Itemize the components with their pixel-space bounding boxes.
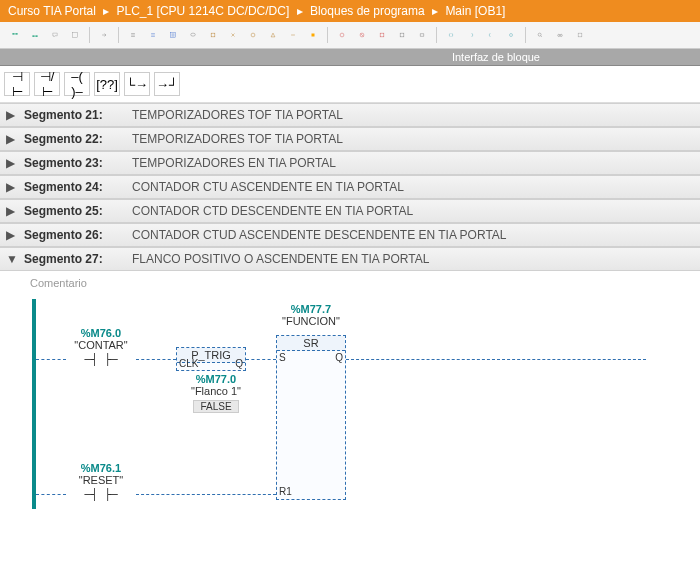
sr-address: %M77.7 [276, 303, 346, 315]
nav1-icon[interactable] [442, 26, 460, 44]
segment-desc: TEMPORIZADORES TOF TIA PORTAL [132, 132, 343, 146]
collapse-icon[interactable]: ▼ [6, 252, 16, 266]
contact-no-button[interactable]: ⊣ ⊢ [4, 72, 30, 96]
lad-editor-toolbar: ⊣ ⊢ ⊣/⊢ –( )– [??] └→ →┘ [0, 66, 700, 103]
segment-title: Segmento 22: [24, 132, 124, 146]
box-button[interactable]: [??] [94, 72, 120, 96]
segment-title: Segmento 26: [24, 228, 124, 242]
breadcrumb: Curso TIA Portal ▸ PLC_1 [CPU 1214C DC/D… [0, 0, 700, 22]
toolbar-separator [436, 27, 437, 43]
svg-rect-0 [12, 33, 14, 35]
svg-rect-4 [73, 33, 78, 38]
nav3-icon[interactable] [482, 26, 500, 44]
monitor2-icon[interactable] [353, 26, 371, 44]
contact-nc-button[interactable]: ⊣/⊢ [34, 72, 60, 96]
main-toolbar [0, 22, 700, 49]
list2-icon[interactable] [144, 26, 162, 44]
segment-desc: FLANCO POSITIVO O ASCENDENTE EN TIA PORT… [132, 252, 429, 266]
misc-icon[interactable] [66, 26, 84, 44]
comment-icon[interactable] [46, 26, 64, 44]
tool6-icon[interactable] [224, 26, 242, 44]
expand-icon[interactable]: ▶ [6, 156, 16, 170]
segment-title: Segmento 27: [24, 252, 124, 266]
svg-point-6 [191, 33, 196, 36]
insert-network-icon[interactable] [6, 26, 24, 44]
wire [346, 359, 646, 360]
pin-r1: R1 [279, 486, 292, 497]
svg-rect-3 [35, 35, 37, 37]
breadcrumb-item[interactable]: Bloques de programa [310, 4, 425, 18]
tool10-icon[interactable] [304, 26, 322, 44]
branch-open-button[interactable]: └→ [124, 72, 150, 96]
breadcrumb-sep: ▸ [432, 4, 438, 18]
pin-q: Q [335, 352, 343, 363]
segment-title: Segmento 21: [24, 108, 124, 122]
tool7-icon[interactable] [244, 26, 262, 44]
monitor3-icon[interactable] [373, 26, 391, 44]
breadcrumb-item[interactable]: Curso TIA Portal [8, 4, 96, 18]
segments-container: ▶ Segmento 21: TEMPORIZADORES TOF TIA PO… [0, 103, 700, 515]
wire [136, 359, 176, 360]
coil-button[interactable]: –( )– [64, 72, 90, 96]
svg-point-16 [538, 33, 541, 36]
monitor4-icon[interactable] [393, 26, 411, 44]
svg-point-10 [340, 33, 344, 37]
breadcrumb-item[interactable]: Main [OB1] [445, 4, 505, 18]
contact-symbol: "RESET" [61, 474, 141, 486]
goto-icon[interactable] [95, 26, 113, 44]
segment-desc: CONTADOR CTUD ASCENDENTE DESCENDENTE EN … [132, 228, 507, 242]
segment-header[interactable]: ▶ Segmento 24: CONTADOR CTU ASCENDENTE E… [0, 175, 700, 199]
breadcrumb-item[interactable]: PLC_1 [CPU 1214C DC/DC/DC] [117, 4, 290, 18]
contact-no[interactable]: %M76.1 "RESET" ─┤ ├─ [61, 462, 141, 501]
expand-icon[interactable]: ▶ [6, 228, 16, 242]
expand-icon[interactable]: ▶ [6, 108, 16, 122]
ladder-network[interactable]: %M76.0 "CONTAR" ─┤ ├─ P_TRIG CLK Q %M77.… [32, 299, 694, 509]
contact-no[interactable]: %M76.0 "CONTAR" ─┤ ├─ [61, 327, 141, 366]
sr-block[interactable]: SR S Q R1 [276, 335, 346, 500]
interface-bar[interactable]: Interfaz de bloque [0, 49, 700, 66]
tool9-icon[interactable] [284, 26, 302, 44]
segment-header[interactable]: ▶ Segmento 22: TEMPORIZADORES TOF TIA PO… [0, 127, 700, 151]
segment-desc: CONTADOR CTD DESCENDENTE EN TIA PORTAL [132, 204, 413, 218]
expand-icon[interactable]: ▶ [6, 132, 16, 146]
expand-icon[interactable]: ▶ [6, 180, 16, 194]
segment-desc: TEMPORIZADORES TOF TIA PORTAL [132, 108, 343, 122]
block-title: SR [277, 336, 345, 351]
monitor1-icon[interactable] [333, 26, 351, 44]
svg-rect-14 [420, 34, 424, 36]
wire [246, 359, 276, 360]
contact-address: %M76.1 [61, 462, 141, 474]
svg-rect-19 [578, 33, 582, 37]
segment-header[interactable]: ▶ Segmento 26: CONTADOR CTUD ASCENDENTE … [0, 223, 700, 247]
segment-header[interactable]: ▶ Segmento 23: TEMPORIZADORES EN TIA POR… [0, 151, 700, 175]
glasses-icon[interactable] [551, 26, 569, 44]
segment-header[interactable]: ▶ Segmento 21: TEMPORIZADORES TOF TIA PO… [0, 103, 700, 127]
nav2-icon[interactable] [462, 26, 480, 44]
comment-label[interactable]: Comentario [30, 277, 694, 289]
find-icon[interactable] [531, 26, 549, 44]
svg-rect-1 [15, 33, 17, 35]
segment-header[interactable]: ▼ Segmento 27: FLANCO POSITIVO O ASCENDE… [0, 247, 700, 271]
list-icon[interactable] [124, 26, 142, 44]
nav4-icon[interactable] [502, 26, 520, 44]
sr-instance: %M77.7 "FUNCION" [276, 303, 346, 327]
mem-symbol: "Flanco 1" [176, 385, 256, 397]
segment-header[interactable]: ▶ Segmento 25: CONTADOR CTD DESCENDENTE … [0, 199, 700, 223]
insert-network-below-icon[interactable] [26, 26, 44, 44]
expand-icon[interactable]: ▶ [6, 204, 16, 218]
wire [136, 494, 276, 495]
ptrig-memory: %M77.0 "Flanco 1" FALSE [176, 373, 256, 413]
list3-icon[interactable] [164, 26, 182, 44]
speech-icon[interactable] [184, 26, 202, 44]
svg-point-15 [510, 34, 513, 37]
settings-icon[interactable] [571, 26, 589, 44]
svg-point-18 [560, 34, 562, 36]
svg-rect-2 [32, 35, 34, 37]
tool5-icon[interactable] [204, 26, 222, 44]
toolbar-separator [525, 27, 526, 43]
tool8-icon[interactable] [264, 26, 282, 44]
ptrig-block[interactable]: P_TRIG CLK Q [176, 347, 246, 371]
interface-label: Interfaz de bloque [452, 51, 540, 63]
monitor5-icon[interactable] [413, 26, 431, 44]
branch-close-button[interactable]: →┘ [154, 72, 180, 96]
